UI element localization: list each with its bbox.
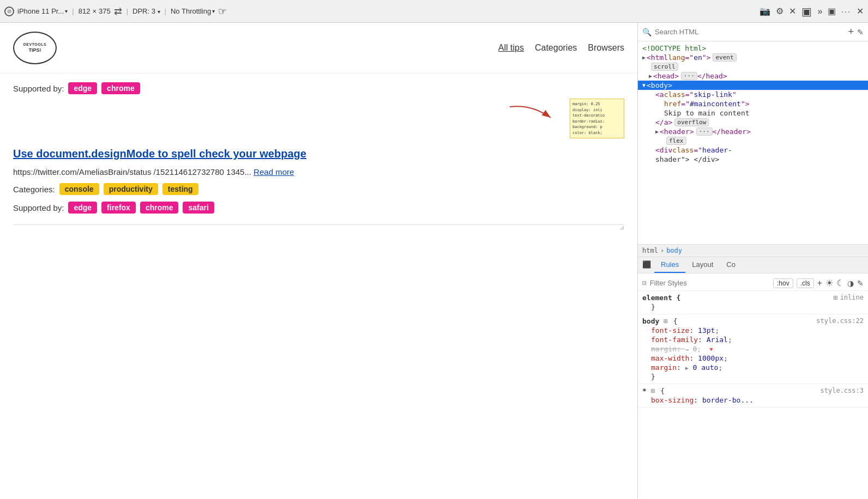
add-attribute-button[interactable]: + [848,26,854,38]
nav-all-tips[interactable]: All tips [498,43,524,53]
logo-line1: DEVTOOLS [23,42,46,47]
styles-tabs: ⬛ Rules Layout Co [638,257,868,273]
separator-2: | [126,7,128,15]
touch-icon[interactable]: ☞ [218,5,227,17]
devtools-panel: 🔍 + ✎ <!DOCTYPE html> ▶ <html lang="en">… [638,23,868,499]
head-tag: <head> [653,72,679,80]
body-toggle[interactable]: ▼ [642,82,646,88]
tree-line-scroll-badge: scroll [638,62,868,71]
nav-browsers[interactable]: Browsers [588,43,624,53]
breadcrumb-body[interactable]: body [666,247,682,254]
margin-filter-icon: 🔻 [708,346,714,352]
computed-styles-icon[interactable]: ⬛ [642,257,654,273]
header-toggle[interactable]: ▶ [655,129,659,135]
viewport-panel: DEVTOOLS TIPS! All tips Categories Brows… [0,23,638,499]
html-toggle[interactable]: ▶ [642,54,646,60]
tab-rules[interactable]: Rules [654,257,685,273]
bottom-supported-label: Supported by: [13,203,64,212]
html-search-input[interactable] [655,28,845,36]
dark-mode-button[interactable]: ☾ [836,278,844,288]
header-dots-badge: ··· [696,127,713,136]
tab-computed[interactable]: Co [720,257,742,273]
settings-button[interactable]: ⚙ [776,6,783,16]
top-supported-label: Supported by: [13,84,64,93]
badge-productivity: productivity [104,183,158,195]
inspect-button[interactable]: ▣ [801,5,812,18]
html-lang-attr: lang [668,53,685,62]
tree-line-skip-text: Skip to main content [638,108,868,118]
ellipsis-button[interactable]: ··· [841,7,851,16]
site-header: DEVTOOLS TIPS! All tips Categories Brows… [0,23,637,74]
nav-categories[interactable]: Categories [535,43,577,53]
tab-layout[interactable]: Layout [685,257,720,273]
device-selector[interactable]: iPhone 11 Pr... ▾ [17,7,68,15]
tip-divider [13,224,624,225]
site-content: Supported by: edge chrome [0,74,637,234]
extra-style-button[interactable]: ✎ [857,279,864,288]
head-toggle[interactable]: ▶ [649,73,652,79]
star-settings-icon[interactable]: ⊞ [651,387,655,395]
element-origin: inline [840,294,864,301]
cls-button[interactable]: .cls [797,278,814,288]
skip-text: Skip to main content [664,109,750,117]
resize-handle[interactable]: ⊿ [620,224,624,230]
head-dots-badge: ··· [681,72,697,80]
filter-styles-input[interactable] [650,279,770,287]
light-mode-button[interactable]: ☀ [825,278,833,288]
devtools-toolbar: ⊘ iPhone 11 Pr... ▾ | 812 × 375 ⇄ | DPR:… [0,0,868,23]
div-header-tag: <div [655,146,672,154]
filter-row: ⊟ :hov .cls + ☀ ☾ ◑ ✎ [638,276,868,291]
read-more-link[interactable]: Read more [254,167,294,177]
body-margin-line-1: margin: → 0; 🔻 [642,344,864,354]
tree-line-body[interactable]: ▼ <body> [638,81,868,90]
html-tree-content: <!DOCTYPE html> ▶ <html lang="en"> event… [638,41,868,166]
star-selector: * [642,387,647,395]
body-margin-line-2: margin: ▶ 0 auto; [642,363,864,372]
margin-expand-icon[interactable]: ▶ [685,365,689,371]
main-split: DEVTOOLS TIPS! All tips Categories Brows… [0,23,868,499]
throttle-selector[interactable]: No Throttling ▾ [171,7,215,15]
rotate-button[interactable]: ⇄ [114,5,122,17]
breadcrumb-html[interactable]: html [642,247,658,254]
hov-button[interactable]: :hov [773,278,793,288]
tree-line-div-header[interactable]: <div class="header- [638,145,868,155]
badge-console: console [59,183,99,195]
close-devtools-button[interactable]: ✕ [789,6,796,16]
style-block-body: body ⊞ { style.css:22 font-size: 13pt; f… [638,314,868,384]
tree-line-a-skip[interactable]: <a class="skip-link" [638,90,868,99]
style-block-star: * ⊞ { style.css:3 box-sizing: border-bo.… [638,384,868,407]
tip-title[interactable]: Use document.designMode to spell check y… [13,147,624,161]
device-no-signal-icon: ⊘ [4,7,14,16]
tree-line-html[interactable]: ▶ <html lang="en"> event [638,53,868,62]
tree-line-header[interactable]: ▶ <header> ··· </header> [638,127,868,136]
body-font-family-line: font-family: Arial; [642,335,864,344]
add-style-button[interactable]: + [817,278,822,288]
element-settings-icon[interactable]: ⊞ [834,294,838,302]
categories-label: Categories: [13,185,55,194]
element-selector-line: element { inline ⊞ [642,293,864,302]
contrast-button[interactable]: ◑ [847,279,854,288]
dpr-selector[interactable]: DPR: 3 ▾ [132,7,160,15]
annotation-tooltip: margin: 0.25 display: inli text-decorati… [570,99,624,138]
body-settings-icon[interactable]: ⊞ [664,317,668,325]
tree-line-flex-badge: flex [638,136,868,145]
top-supported-row: Supported by: edge chrome [13,82,624,94]
star-box-sizing-line: box-sizing: border-bo... [642,395,864,405]
toolbar-right-actions: 📷 ⚙ ✕ ▣ » ▣ ··· ✕ [760,5,864,18]
event-badge: event [713,53,736,62]
breadcrumb-arrow: › [660,247,664,254]
tree-line-doctype: <!DOCTYPE html> [638,44,868,53]
badge-firefox-bottom: firefox [101,202,136,214]
more-tools-button[interactable]: » [817,7,822,16]
viewport-height: 375 [99,7,111,15]
edit-icon[interactable]: ✎ [857,28,864,36]
badge-edge-top: edge [68,82,97,94]
site-logo: DEVTOOLS TIPS! [13,32,57,64]
tree-line-head[interactable]: ▶ <head> ··· </head> [638,71,868,81]
device-name-label: iPhone 11 Pr... [17,7,64,15]
screenshot-button[interactable]: 📷 [760,6,770,16]
dock-button[interactable]: ▣ [828,6,836,16]
badge-chrome-top: chrome [101,82,140,94]
tree-line-a-close: </a> overflow [638,118,868,127]
close-panel-button[interactable]: ✕ [857,6,864,16]
